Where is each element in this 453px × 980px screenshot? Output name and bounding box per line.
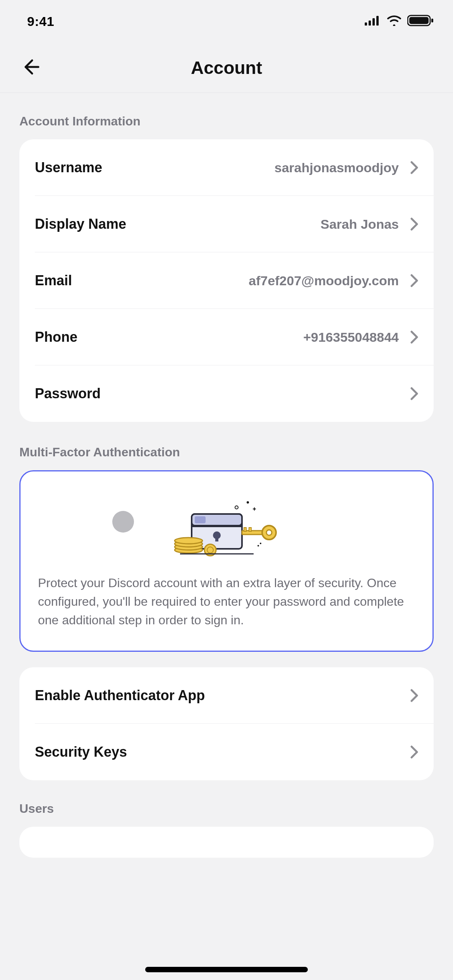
- svg-rect-6: [431, 19, 433, 22]
- svg-point-10: [260, 543, 261, 544]
- row-value-display-name: Sarah Jonas: [321, 217, 399, 232]
- row-label-phone: Phone: [35, 329, 77, 345]
- svg-rect-1: [369, 21, 371, 26]
- account-info-card: Username sarahjonasmoodjoy Display Name …: [19, 139, 434, 422]
- row-value-email: af7ef207@moodjoy.com: [249, 273, 399, 288]
- chevron-right-icon: [410, 689, 418, 702]
- users-card: [19, 827, 434, 858]
- row-value-phone: +916355048844: [303, 330, 399, 345]
- svg-rect-13: [195, 516, 206, 523]
- wifi-icon: [386, 15, 402, 27]
- mfa-illustration: [153, 493, 300, 560]
- row-label-username: Username: [35, 159, 102, 176]
- row-label-security-keys: Security Keys: [35, 744, 127, 760]
- svg-point-27: [266, 530, 272, 535]
- svg-rect-25: [249, 528, 251, 531]
- svg-point-20: [175, 538, 202, 544]
- back-button[interactable]: [19, 56, 43, 79]
- svg-rect-2: [372, 18, 375, 26]
- row-label-password: Password: [35, 385, 101, 402]
- home-indicator: [145, 967, 308, 972]
- status-bar: 9:41: [0, 0, 453, 43]
- row-label-email: Email: [35, 272, 72, 289]
- svg-rect-14: [192, 526, 242, 527]
- svg-rect-0: [365, 22, 367, 26]
- chevron-right-icon: [410, 161, 418, 174]
- page-title: Account: [191, 57, 262, 78]
- row-label-authenticator: Enable Authenticator App: [35, 687, 205, 704]
- chevron-right-icon: [410, 218, 418, 231]
- status-time: 9:41: [27, 14, 54, 29]
- row-display-name[interactable]: Display Name Sarah Jonas: [19, 196, 434, 252]
- svg-point-7: [247, 501, 249, 504]
- touch-indicator: [112, 511, 134, 533]
- arrow-left-icon: [21, 57, 41, 78]
- page-header: Account: [0, 43, 453, 93]
- svg-rect-16: [215, 535, 218, 541]
- svg-point-9: [257, 545, 259, 547]
- chevron-right-icon: [410, 387, 418, 400]
- mfa-info-card: Protect your Discord account with an ext…: [19, 470, 434, 652]
- row-email[interactable]: Email af7ef207@moodjoy.com: [19, 252, 434, 309]
- vault-key-icon: [153, 493, 300, 559]
- chevron-right-icon: [410, 331, 418, 344]
- row-label-display-name: Display Name: [35, 216, 126, 232]
- svg-rect-3: [376, 16, 379, 26]
- svg-rect-24: [244, 528, 246, 531]
- mfa-actions-card: Enable Authenticator App Security Keys: [19, 667, 434, 780]
- chevron-right-icon: [410, 274, 418, 287]
- svg-point-8: [235, 506, 238, 509]
- section-header-mfa: Multi-Factor Authentication: [19, 445, 434, 459]
- row-password[interactable]: Password: [19, 365, 434, 422]
- row-security-keys[interactable]: Security Keys: [19, 724, 434, 780]
- svg-rect-5: [409, 17, 429, 24]
- row-phone[interactable]: Phone +916355048844: [19, 309, 434, 365]
- section-header-account-info: Account Information: [19, 114, 434, 128]
- chevron-right-icon: [410, 745, 418, 759]
- row-username[interactable]: Username sarahjonasmoodjoy: [19, 139, 434, 196]
- battery-icon: [407, 15, 434, 28]
- row-value-username: sarahjonasmoodjoy: [275, 160, 399, 175]
- status-indicators: [365, 15, 434, 28]
- row-enable-authenticator[interactable]: Enable Authenticator App: [19, 667, 434, 724]
- mfa-info-text: Protect your Discord account with an ext…: [38, 574, 415, 629]
- section-header-users: Users: [19, 802, 434, 816]
- cellular-icon: [365, 15, 381, 27]
